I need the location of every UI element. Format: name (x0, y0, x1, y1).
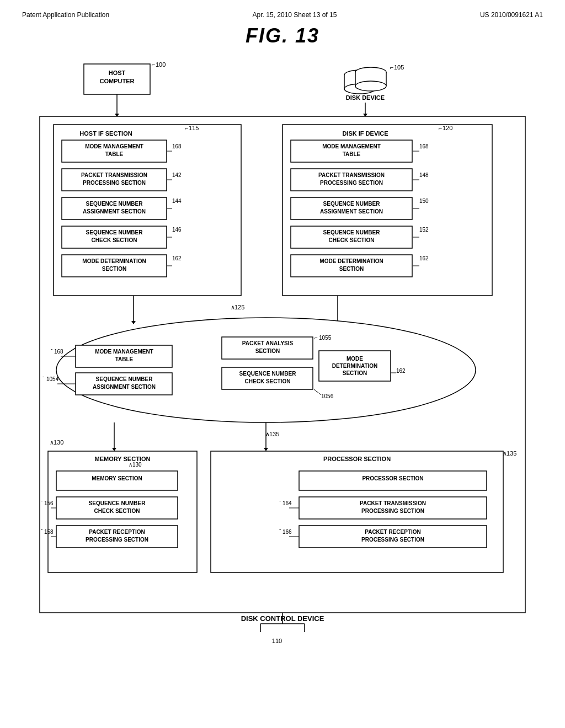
svg-text:PACKET RECEPTION: PACKET RECEPTION (365, 529, 421, 535)
svg-text:162: 162 (172, 255, 182, 261)
svg-text:CHECK SECTION: CHECK SECTION (94, 508, 140, 514)
svg-text:168: 168 (54, 349, 63, 355)
svg-text:162: 162 (396, 368, 406, 374)
svg-text:PROCESSOR SECTION: PROCESSOR SECTION (362, 475, 423, 481)
svg-text:1056: 1056 (321, 393, 334, 399)
svg-point-16 (355, 81, 386, 91)
svg-text:PROCESSOR SECTION: PROCESSOR SECTION (323, 456, 391, 462)
svg-text:168: 168 (419, 143, 429, 149)
svg-text:152: 152 (419, 227, 429, 233)
svg-text:135: 135 (507, 450, 516, 457)
svg-text:SECTION: SECTION (102, 266, 126, 272)
svg-text:SEQUENCE NUMBER: SEQUENCE NUMBER (86, 229, 143, 235)
svg-text:130: 130 (54, 439, 63, 446)
svg-text:100: 100 (156, 61, 166, 68)
svg-text:1055: 1055 (319, 335, 332, 341)
svg-text:CHECK SECTION: CHECK SECTION (329, 237, 375, 243)
svg-text:MODE MANAGEMENT: MODE MANAGEMENT (95, 349, 153, 355)
svg-text:135: 135 (269, 431, 279, 437)
header-left: Patent Application Publication (22, 11, 109, 19)
svg-text:115: 115 (189, 125, 199, 131)
svg-text:SEQUENCE NUMBER: SEQUENCE NUMBER (239, 371, 297, 377)
svg-text:125: 125 (234, 304, 244, 311)
svg-text:⌐: ⌐ (185, 125, 188, 131)
svg-text:PROCESSING SECTION: PROCESSING SECTION (361, 537, 424, 543)
svg-text:-: - (41, 526, 42, 532)
svg-text:∧: ∧ (231, 304, 235, 311)
svg-text:MEMORY SECTION: MEMORY SECTION (95, 456, 151, 462)
svg-text:PACKET ANALYSIS: PACKET ANALYSIS (242, 340, 294, 346)
svg-text:⌐: ⌐ (390, 64, 393, 71)
svg-text:SEQUENCE NUMBER: SEQUENCE NUMBER (323, 201, 381, 207)
svg-text:SEQUENCE NUMBER: SEQUENCE NUMBER (89, 500, 146, 506)
svg-text:PROCESSING SECTION: PROCESSING SECTION (320, 180, 383, 186)
svg-text:MODE DETERMINATION: MODE DETERMINATION (82, 258, 146, 264)
figure-title: FIG. 13 (22, 24, 543, 47)
svg-text:PROCESSING SECTION: PROCESSING SECTION (83, 180, 146, 186)
svg-text:SEQUENCE NUMBER: SEQUENCE NUMBER (86, 201, 143, 207)
svg-text:DISK DEVICE: DISK DEVICE (346, 94, 385, 101)
svg-text:ASSIGNMENT SECTION: ASSIGNMENT SECTION (320, 208, 383, 215)
svg-text:SECTION: SECTION (255, 348, 280, 354)
svg-text:-: - (279, 526, 281, 532)
svg-text:MEMORY SECTION: MEMORY SECTION (92, 475, 142, 481)
svg-text:168: 168 (172, 143, 182, 149)
header-right: US 2010/0091621 A1 (480, 11, 543, 19)
svg-text:SECTION: SECTION (339, 266, 364, 272)
svg-text:110: 110 (272, 638, 282, 644)
svg-text:-: - (41, 497, 42, 504)
svg-text:150: 150 (419, 198, 429, 204)
svg-text:CHECK SECTION: CHECK SECTION (92, 237, 137, 243)
svg-text:SECTION: SECTION (343, 370, 367, 376)
svg-text:148: 148 (419, 172, 429, 178)
svg-text:PACKET TRANSMISSION: PACKET TRANSMISSION (318, 172, 385, 178)
svg-text:120: 120 (443, 125, 452, 131)
svg-text:TABLE: TABLE (115, 356, 134, 362)
svg-text:164: 164 (282, 500, 292, 506)
svg-text:SEQUENCE NUMBER: SEQUENCE NUMBER (96, 376, 153, 382)
svg-text:MODE: MODE (347, 356, 363, 362)
svg-text:PROCESSING SECTION: PROCESSING SECTION (361, 508, 424, 514)
svg-text:HOST IF SECTION: HOST IF SECTION (79, 130, 132, 137)
svg-text:ASSIGNMENT SECTION: ASSIGNMENT SECTION (93, 384, 156, 390)
svg-text:PACKET TRANSMISSION: PACKET TRANSMISSION (81, 172, 147, 178)
svg-text:∧: ∧ (129, 462, 132, 468)
svg-text:TABLE: TABLE (343, 151, 361, 157)
svg-text:-: - (42, 373, 44, 379)
diagram: HOST COMPUTER 100 ⌐ DISK DEVICE 10 (23, 58, 542, 710)
svg-text:DISK IF DEVICE: DISK IF DEVICE (342, 130, 388, 137)
svg-text:130: 130 (132, 462, 142, 468)
svg-text:∧: ∧ (50, 439, 54, 446)
svg-text:156: 156 (44, 500, 54, 506)
svg-text:∧: ∧ (265, 431, 270, 437)
svg-text:144: 144 (172, 198, 182, 204)
svg-text:PACKET RECEPTION: PACKET RECEPTION (89, 529, 145, 535)
svg-text:PROCESSING SECTION: PROCESSING SECTION (86, 537, 148, 543)
svg-text:PACKET TRANSMISSION: PACKET TRANSMISSION (360, 500, 426, 506)
svg-text:DETERMINATION: DETERMINATION (332, 363, 378, 369)
header-middle: Apr. 15, 2010 Sheet 13 of 15 (253, 11, 337, 19)
svg-text:-: - (51, 346, 52, 352)
svg-text:ASSIGNMENT SECTION: ASSIGNMENT SECTION (83, 208, 146, 215)
svg-text:158: 158 (44, 529, 54, 535)
svg-text:⌐: ⌐ (315, 335, 318, 341)
diagram-svg: HOST COMPUTER 100 ⌐ DISK DEVICE 10 (23, 58, 542, 709)
page-header: Patent Application Publication Apr. 15, … (22, 11, 543, 19)
svg-text:-: - (279, 497, 281, 504)
svg-text:162: 162 (419, 255, 429, 261)
svg-text:TABLE: TABLE (105, 151, 124, 157)
svg-text:COMPUTER: COMPUTER (100, 78, 135, 84)
svg-text:∧: ∧ (503, 450, 507, 457)
svg-text:HOST: HOST (109, 69, 126, 76)
page: Patent Application Publication Apr. 15, … (0, 0, 565, 728)
svg-text:166: 166 (282, 529, 292, 535)
svg-text:MODE MANAGEMENT: MODE MANAGEMENT (85, 143, 143, 149)
svg-text:146: 146 (172, 227, 182, 233)
svg-text:142: 142 (172, 172, 182, 178)
svg-text:⌐: ⌐ (152, 61, 155, 68)
svg-text:MODE DETERMINATION: MODE DETERMINATION (319, 258, 383, 264)
svg-text:SEQUENCE NUMBER: SEQUENCE NUMBER (323, 229, 381, 235)
svg-text:CHECK SECTION: CHECK SECTION (245, 378, 291, 384)
svg-text:⌐: ⌐ (439, 125, 442, 131)
svg-text:1054: 1054 (46, 376, 59, 382)
